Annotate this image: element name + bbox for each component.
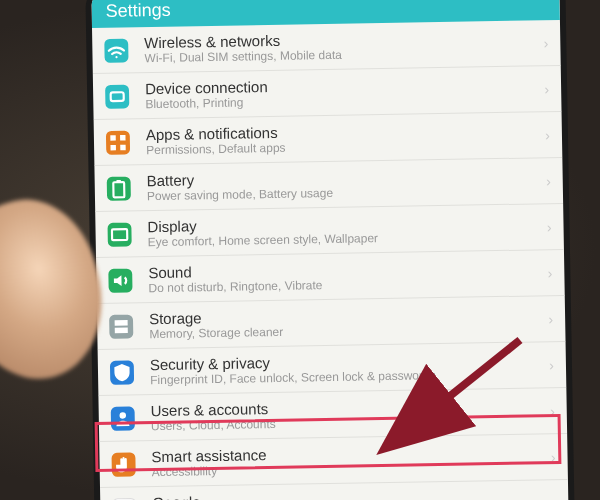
chevron-right-icon: › (544, 35, 551, 51)
google-icon: G (110, 496, 138, 500)
settings-list[interactable]: Wireless & networksWi-Fi, Dual SIM setti… (92, 20, 569, 500)
row-text: Smart assistanceAccessibility (151, 441, 551, 479)
svg-rect-1 (105, 84, 129, 108)
chevron-right-icon: › (545, 127, 552, 143)
storage-icon (107, 312, 135, 340)
settings-row-display[interactable]: DisplayEye comfort, Home screen style, W… (95, 204, 564, 258)
chevron-right-icon: › (551, 449, 558, 465)
svg-rect-7 (120, 144, 126, 150)
display-icon (105, 220, 133, 248)
users-icon (109, 404, 137, 432)
svg-rect-16 (115, 327, 128, 333)
link-icon (103, 82, 131, 110)
settings-row-storage[interactable]: StorageMemory, Storage cleaner› (97, 296, 566, 350)
svg-rect-3 (106, 130, 130, 154)
settings-row-apps-notifications[interactable]: Apps & notificationsPermissions, Default… (94, 112, 563, 166)
chevron-right-icon: › (544, 81, 551, 97)
settings-row-device-connection[interactable]: Device connectionBluetooth, Printing› (93, 66, 562, 120)
settings-row-security-privacy[interactable]: Security & privacyFingerprint ID, Face u… (98, 342, 567, 396)
svg-rect-5 (120, 134, 126, 140)
chevron-right-icon: › (547, 219, 554, 235)
settings-row-sound[interactable]: SoundDo not disturb, Ringtone, Vibrate› (96, 250, 565, 304)
svg-rect-4 (110, 135, 116, 141)
page-title: Settings (106, 0, 171, 21)
row-text: Security & privacyFingerprint ID, Face u… (150, 349, 550, 387)
chevron-right-icon: › (546, 173, 553, 189)
row-text: Users & accountsUsers, Cloud, Accounts (151, 395, 551, 433)
settings-row-battery[interactable]: BatteryPower saving mode, Battery usage› (94, 158, 563, 212)
phone-screen: Settings Wireless & networksWi-Fi, Dual … (91, 0, 568, 500)
settings-row-users-accounts[interactable]: Users & accountsUsers, Cloud, Accounts› (98, 388, 567, 442)
row-text: GoogleGoogle services (152, 487, 552, 500)
settings-row-smart-assistance[interactable]: Smart assistanceAccessibility› (99, 434, 568, 488)
settings-row-wireless-networks[interactable]: Wireless & networksWi-Fi, Dual SIM setti… (92, 20, 561, 74)
svg-rect-10 (116, 179, 120, 181)
chevron-right-icon: › (548, 311, 555, 327)
svg-rect-6 (110, 144, 116, 150)
hand-icon (109, 450, 137, 478)
sound-icon (106, 266, 134, 294)
row-text: Device connectionBluetooth, Printing (145, 73, 545, 111)
chevron-right-icon: › (550, 403, 557, 419)
row-title: Google (152, 487, 552, 500)
battery-icon (105, 174, 133, 202)
svg-rect-15 (115, 320, 128, 326)
svg-rect-14 (109, 314, 133, 338)
phone-frame: Settings Wireless & networksWi-Fi, Dual … (85, 0, 574, 500)
chevron-right-icon: › (549, 357, 556, 373)
row-text: Wireless & networksWi-Fi, Dual SIM setti… (144, 27, 544, 65)
chevron-right-icon: › (548, 265, 555, 281)
row-text: StorageMemory, Storage cleaner (149, 303, 549, 341)
wifi-icon (102, 36, 130, 64)
shield-icon (108, 358, 136, 386)
row-text: DisplayEye comfort, Home screen style, W… (147, 211, 547, 249)
row-text: SoundDo not disturb, Ringtone, Vibrate (148, 257, 548, 295)
row-text: Apps & notificationsPermissions, Default… (146, 119, 546, 157)
row-text: BatteryPower saving mode, Battery usage (147, 165, 547, 203)
grid-icon (104, 128, 132, 156)
chevron-right-icon: › (552, 495, 559, 500)
